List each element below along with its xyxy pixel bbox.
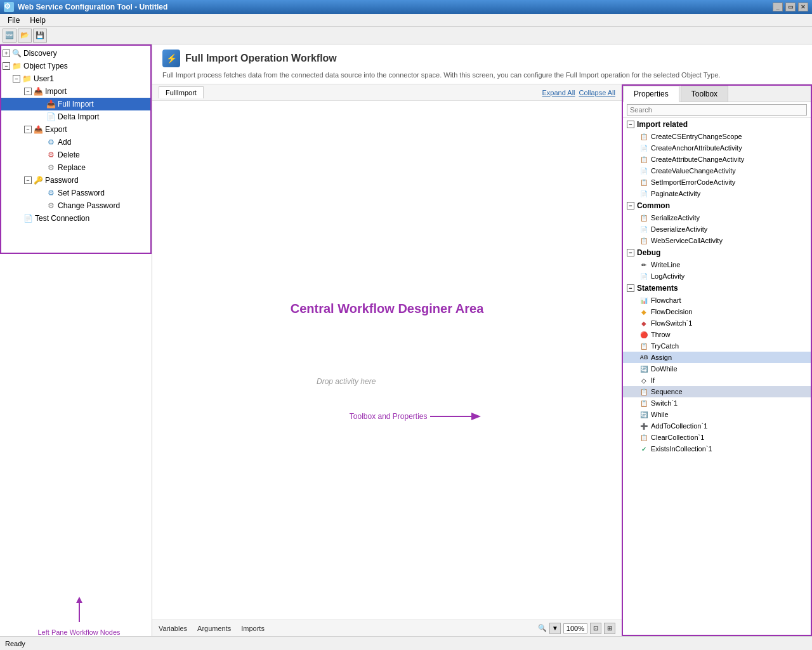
tree-item-full-import[interactable]: 📥 Full Import	[0, 98, 152, 110]
switch-icon: 📋	[639, 399, 648, 408]
minimize-button[interactable]: _	[773, 3, 783, 11]
svg-marker-1	[76, 597, 82, 603]
tree-item-change-password[interactable]: ⚙ Change Password	[0, 199, 152, 212]
new-button[interactable]: 🆕	[3, 29, 16, 43]
item-createanchor[interactable]: 📄 CreateAnchorAttributeActivity	[623, 142, 811, 154]
item-clearcollection[interactable]: 📋 ClearCollection`1	[623, 432, 811, 443]
expand-debug[interactable]: −	[627, 249, 634, 256]
tree-item-test-connection[interactable]: 📄 Test Connection	[0, 212, 152, 225]
expand-export[interactable]: −	[24, 126, 32, 133]
expand-all-btn[interactable]: Expand All	[542, 89, 575, 96]
item-createattribute[interactable]: 📋 CreateAttributeChangeActivity	[623, 154, 811, 165]
item-dowhile[interactable]: 🔄 DoWhile	[623, 363, 811, 375]
tree-item-import[interactable]: − 📥 Import	[0, 85, 152, 98]
canvas-area[interactable]: Central Workflow Desginer Area Drop acti…	[152, 101, 622, 620]
tree-item-delete[interactable]: ⚙ Delete	[0, 149, 152, 161]
expand-import-related[interactable]: −	[627, 121, 634, 128]
tree-item-add[interactable]: ⚙ Add	[0, 136, 152, 149]
existsincollection-label: ExistsInCollection`1	[651, 445, 712, 453]
category-import-related[interactable]: − Import related	[623, 118, 811, 131]
category-statements[interactable]: − Statements	[623, 282, 811, 295]
item-webservice[interactable]: 📋 WebServiceCallActivity	[623, 235, 811, 246]
left-pane: + 🔍 Discovery − 📁 Object Types − 📁 User1…	[0, 44, 152, 636]
zoom-full-btn[interactable]: ⊞	[604, 623, 615, 634]
close-button[interactable]: ✕	[798, 3, 808, 11]
item-createcsentry[interactable]: 📋 CreateCSEntryChangeScope	[623, 131, 811, 142]
item-trycatch[interactable]: 📋 TryCatch	[623, 340, 811, 352]
save-button[interactable]: 💾	[33, 29, 47, 43]
item-serialize[interactable]: 📋 SerializeActivity	[623, 212, 811, 223]
setimport-icon: 📋	[639, 178, 648, 187]
status-bar: Ready	[0, 636, 812, 650]
tree-item-set-password[interactable]: ⚙ Set Password	[0, 187, 152, 199]
zoom-fit-btn[interactable]: ⊡	[590, 623, 601, 634]
item-assign[interactable]: AB Assign	[623, 352, 811, 363]
delete-label: Delete	[58, 150, 80, 159]
full-import-icon: 📥	[46, 99, 56, 109]
item-deserialize[interactable]: 📄 DeserializeActivity	[623, 223, 811, 235]
tree-item-password[interactable]: − 🔑 Password	[0, 174, 152, 187]
right-arrow-svg	[430, 410, 481, 423]
tree-item-user1[interactable]: − 📁 User1	[0, 72, 152, 85]
menu-help[interactable]: Help	[25, 15, 51, 26]
assign-icon: AB	[639, 353, 648, 362]
while-label: While	[651, 411, 669, 418]
tree-item-export[interactable]: − 📤 Export	[0, 123, 152, 136]
bottom-tab-imports[interactable]: Imports	[241, 625, 265, 632]
flowchart-icon: 📊	[639, 296, 648, 305]
item-flowdecision[interactable]: ◆ FlowDecision	[623, 306, 811, 317]
expand-user1[interactable]: −	[13, 75, 20, 83]
restore-button[interactable]: ▭	[785, 3, 796, 11]
item-writeline[interactable]: ✏ WriteLine	[623, 259, 811, 270]
search-input[interactable]	[627, 104, 807, 116]
full-import-label: Full Import	[58, 100, 94, 109]
bottom-tab-variables[interactable]: Variables	[159, 625, 187, 632]
tree-item-delta-import[interactable]: 📄 Delta Import	[0, 110, 152, 123]
logactivity-icon: 📄	[639, 272, 648, 281]
tree-item-discovery[interactable]: + 🔍 Discovery	[0, 47, 152, 60]
designer-tab-fullimport[interactable]: FullImport	[159, 86, 204, 98]
debug-label: Debug	[637, 248, 660, 257]
item-flowswitch[interactable]: ◆ FlowSwitch`1	[623, 317, 811, 329]
item-switch[interactable]: 📋 Switch`1	[623, 397, 811, 409]
open-button[interactable]: 📂	[18, 29, 32, 43]
menu-file[interactable]: File	[3, 15, 25, 26]
category-debug[interactable]: − Debug	[623, 246, 811, 259]
app-icon: ⚙	[4, 2, 14, 12]
deserialize-label: DeserializeActivity	[651, 225, 707, 233]
left-pane-annotation-area: Left Pane Workflow Nodes	[0, 592, 152, 636]
expand-import[interactable]: −	[24, 88, 32, 95]
delta-import-label: Delta Import	[58, 112, 99, 121]
item-while[interactable]: 🔄 While	[623, 409, 811, 420]
item-flowchart[interactable]: 📊 Flowchart	[623, 295, 811, 306]
trycatch-label: TryCatch	[651, 342, 679, 350]
zoom-dropdown-btn[interactable]: ▼	[549, 623, 561, 634]
export-label: Export	[45, 125, 67, 134]
item-setimport[interactable]: 📋 SetImportErrorCodeActivity	[623, 176, 811, 188]
item-logactivity[interactable]: 📄 LogActivity	[623, 270, 811, 282]
tree-item-replace[interactable]: ⚙ Replace	[0, 161, 152, 174]
createattribute-icon: 📋	[639, 155, 648, 164]
expand-object-types[interactable]: −	[3, 62, 10, 70]
common-label: Common	[637, 201, 670, 210]
bottom-tab-arguments[interactable]: Arguments	[197, 625, 231, 632]
item-if[interactable]: ◇ If	[623, 375, 811, 386]
collapse-all-btn[interactable]: Collapse All	[579, 89, 615, 96]
expand-password[interactable]: −	[24, 176, 32, 184]
tab-properties[interactable]: Properties	[623, 86, 679, 102]
switch-label: Switch`1	[651, 399, 678, 407]
item-throw[interactable]: 🔴 Throw	[623, 329, 811, 340]
item-paginate[interactable]: 📄 PaginateActivity	[623, 188, 811, 199]
category-common[interactable]: − Common	[623, 199, 811, 212]
replace-label: Replace	[58, 163, 86, 172]
item-sequence[interactable]: 📋 Sequence	[623, 386, 811, 397]
tree-item-object-types[interactable]: − 📁 Object Types	[0, 60, 152, 72]
expand-common[interactable]: −	[627, 202, 634, 209]
tab-toolbox[interactable]: Toolbox	[681, 86, 728, 102]
item-existsincollection[interactable]: ✔ ExistsInCollection`1	[623, 443, 811, 454]
item-addtocollection[interactable]: ➕ AddToCollection`1	[623, 420, 811, 432]
expand-statements[interactable]: −	[627, 284, 634, 292]
expand-discovery[interactable]: +	[3, 50, 10, 57]
test-connection-icon: 📄	[23, 213, 33, 223]
item-createvalue[interactable]: 📄 CreateValueChangeActivity	[623, 165, 811, 176]
